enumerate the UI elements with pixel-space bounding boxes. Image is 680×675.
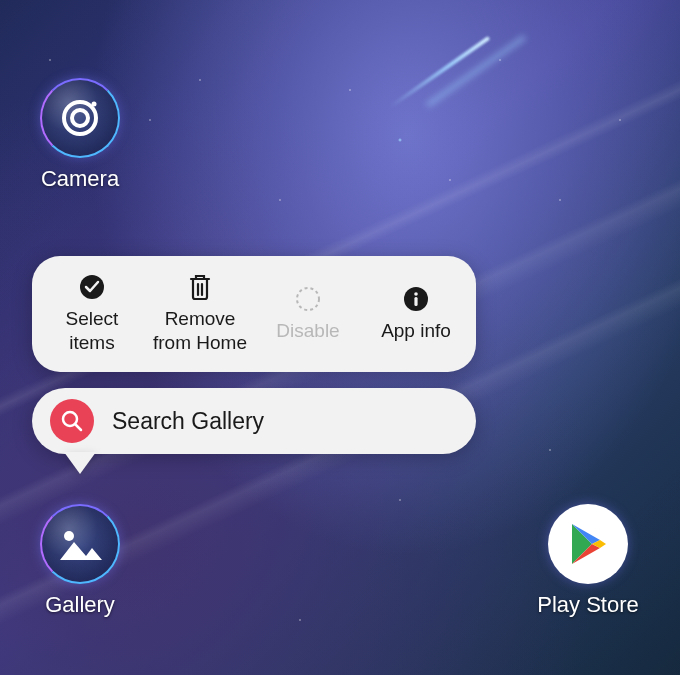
svg-point-10 xyxy=(64,531,74,541)
gallery-icon xyxy=(40,504,120,584)
svg-point-0 xyxy=(64,102,96,134)
svg-point-2 xyxy=(92,102,97,107)
search-icon xyxy=(50,399,94,443)
app-icon-playstore[interactable]: Play Store xyxy=(528,504,648,618)
shortcut-search-gallery[interactable]: Search Gallery xyxy=(32,388,476,454)
app-label: Gallery xyxy=(20,592,140,618)
check-circle-icon xyxy=(78,273,106,301)
menu-label: Selectitems xyxy=(66,307,119,355)
svg-rect-7 xyxy=(414,297,417,306)
dashed-circle-icon xyxy=(294,285,322,313)
menu-label: Removefrom Home xyxy=(153,307,247,355)
menu-app-info[interactable]: App info xyxy=(362,281,470,347)
trash-icon xyxy=(186,273,214,301)
svg-line-9 xyxy=(75,424,81,430)
app-icon-gallery[interactable]: Gallery xyxy=(20,504,140,618)
menu-disable: Disable xyxy=(254,281,362,347)
svg-point-1 xyxy=(72,110,88,126)
home-screen: Camera M ges Selectitems Removefrom Home… xyxy=(0,0,680,675)
svg-point-4 xyxy=(297,288,319,310)
shortcut-tail xyxy=(64,452,96,474)
menu-select-items[interactable]: Selectitems xyxy=(38,269,146,359)
svg-point-6 xyxy=(414,292,418,296)
info-icon xyxy=(402,285,430,313)
play-store-icon xyxy=(548,504,628,584)
menu-remove-from-home[interactable]: Removefrom Home xyxy=(146,269,254,359)
menu-label: App info xyxy=(381,319,451,343)
camera-icon xyxy=(40,78,120,158)
shortcut-label: Search Gallery xyxy=(112,408,264,435)
app-label: Camera xyxy=(20,166,140,192)
app-icon-camera[interactable]: Camera xyxy=(20,78,140,192)
menu-label: Disable xyxy=(276,319,339,343)
app-context-menu: Selectitems Removefrom Home Disable App … xyxy=(32,256,476,372)
app-label: Play Store xyxy=(528,592,648,618)
